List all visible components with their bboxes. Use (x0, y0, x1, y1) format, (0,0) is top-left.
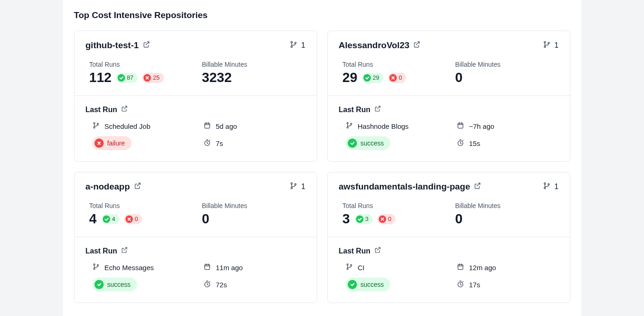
run-status: success (345, 278, 448, 291)
workflow-text: Hashnode Blogs (358, 122, 409, 130)
run-status: success (92, 278, 194, 291)
external-link-icon (134, 182, 141, 192)
run-duration: 72s (203, 280, 306, 289)
status-text: failure (107, 139, 125, 147)
last-run-label: Last Run (86, 106, 117, 114)
status-chip: success (345, 278, 391, 291)
repo-name: awsfundamentals-landing-page (339, 182, 470, 192)
run-time-text: 11m ago (216, 264, 243, 272)
billable-minutes-label: Billable Minutes (202, 202, 306, 209)
branch-icon (345, 121, 353, 131)
calendar-icon (456, 263, 464, 272)
repo-card: awsfundamentals-landing-page1Total Runs3… (327, 172, 570, 303)
external-link-icon (121, 246, 128, 255)
billable-minutes-value: 0 (202, 212, 306, 226)
check-icon (356, 215, 363, 223)
workflow-name: Hashnode Blogs (345, 121, 448, 131)
total-runs-stat: Total Runs440 (89, 202, 193, 226)
success-count-value: 4 (112, 215, 115, 222)
repo-title-link[interactable]: a-nodeapp (86, 182, 141, 192)
billable-minutes-stat: Billable Minutes3232 (202, 61, 306, 84)
run-status: success (345, 136, 448, 150)
x-icon (379, 215, 386, 223)
run-duration: 17s (456, 280, 559, 289)
billable-minutes-stat: Billable Minutes0 (202, 202, 306, 226)
run-duration-text: 17s (469, 281, 480, 289)
check-icon (118, 74, 125, 82)
repo-name: a-nodeapp (86, 182, 130, 192)
last-run-link[interactable]: Last Run (339, 246, 559, 255)
failure-count-pill: 0 (377, 214, 395, 224)
billable-minutes-label: Billable Minutes (455, 61, 559, 68)
repo-card: AlessandroVol231Total Runs29290Billable … (327, 31, 570, 162)
external-link-icon (374, 246, 381, 255)
workflow-text: CI (358, 264, 365, 272)
workflow-name: Echo Messages (92, 263, 194, 272)
total-runs-label: Total Runs (89, 61, 193, 68)
failure-count-value: 0 (399, 74, 402, 81)
repo-name: AlessandroVol23 (339, 40, 410, 51)
total-runs-value: 3 (343, 212, 350, 226)
branch-count-value: 1 (555, 41, 559, 50)
branch-icon (345, 263, 353, 272)
calendar-icon (203, 121, 211, 131)
run-duration-text: 7s (216, 139, 223, 147)
external-link-icon (374, 105, 381, 114)
status-chip: success (345, 136, 391, 150)
branch-icon (289, 40, 298, 51)
last-run-link[interactable]: Last Run (86, 246, 306, 255)
branch-icon (543, 40, 551, 51)
status-text: success (361, 281, 384, 288)
branch-icon (92, 121, 100, 131)
x-icon (94, 139, 104, 148)
billable-minutes-stat: Billable Minutes0 (455, 202, 559, 226)
run-duration-text: 15s (469, 139, 480, 147)
branch-count-value: 1 (301, 183, 306, 191)
branch-icon (543, 182, 551, 192)
run-status: failure (92, 136, 194, 150)
last-run-link[interactable]: Last Run (86, 105, 306, 114)
workflow-text: Echo Messages (105, 264, 154, 272)
total-runs-stat: Total Runs29290 (343, 61, 446, 84)
repo-card: github-test-11Total Runs1128725Billable … (74, 31, 317, 162)
branch-count: 1 (543, 40, 559, 51)
run-duration: 7s (203, 139, 306, 148)
total-runs-value: 112 (89, 71, 112, 84)
run-time: ~7h ago (456, 121, 559, 131)
success-count-value: 3 (365, 215, 369, 222)
check-icon (103, 215, 110, 223)
check-icon (363, 74, 371, 82)
last-run-link[interactable]: Last Run (339, 105, 559, 114)
x-icon (125, 215, 133, 223)
run-duration-text: 72s (216, 281, 227, 289)
run-duration: 15s (456, 139, 559, 148)
branch-count: 1 (289, 40, 306, 51)
workflow-text: Scheduled Job (105, 122, 150, 130)
timer-icon (203, 139, 211, 148)
branch-count-value: 1 (301, 41, 306, 50)
repo-title-link[interactable]: AlessandroVol23 (339, 40, 421, 51)
repo-title-link[interactable]: github-test-1 (86, 40, 150, 51)
branch-count-value: 1 (555, 183, 559, 191)
external-link-icon (143, 40, 150, 51)
total-runs-value: 29 (343, 71, 357, 84)
failure-count-value: 25 (153, 74, 159, 81)
x-icon (144, 74, 151, 82)
success-count-value: 87 (127, 74, 133, 81)
success-count-pill: 29 (362, 73, 383, 83)
total-runs-stat: Total Runs330 (343, 202, 446, 226)
check-icon (348, 139, 357, 148)
run-time: 5d ago (203, 121, 306, 131)
branch-icon (92, 263, 100, 272)
run-time: 11m ago (203, 263, 306, 272)
external-link-icon (413, 40, 420, 51)
success-count-pill: 3 (355, 214, 373, 224)
calendar-icon (456, 121, 464, 131)
failure-count-pill: 25 (142, 73, 163, 83)
status-chip: success (92, 278, 138, 291)
billable-minutes-value: 0 (455, 71, 559, 84)
check-icon (94, 280, 104, 289)
repo-title-link[interactable]: awsfundamentals-landing-page (339, 182, 481, 192)
billable-minutes-value: 0 (455, 212, 559, 226)
success-count-pill: 87 (116, 73, 138, 83)
